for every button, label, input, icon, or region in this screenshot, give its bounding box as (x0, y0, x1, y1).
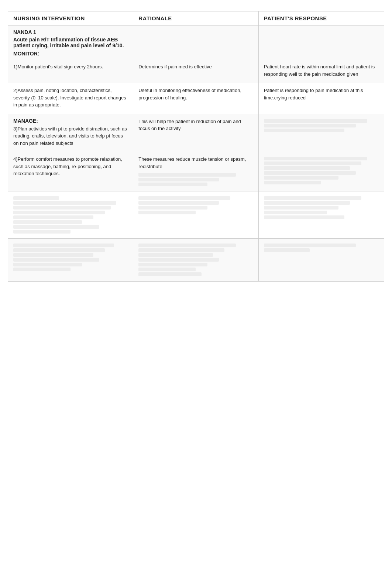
response-3-blurred (264, 119, 379, 132)
rationale-4-text: These measures reduce muscle tension or … (138, 156, 253, 170)
rationale-row5 (133, 191, 258, 239)
rationale-row3: This will help the patient in reduction … (133, 114, 258, 152)
rationale-4-blurred (138, 173, 253, 186)
response-row4 (259, 152, 384, 191)
response-4-blurred (264, 157, 379, 184)
response-5-blurred (264, 196, 379, 219)
rationale-3-text: This will help the patient in reduction … (138, 118, 253, 132)
col-header-response: PATIENT'S RESPONSE (259, 11, 384, 25)
rationale-row2: Useful in monitoring effectiveness of me… (133, 83, 258, 114)
nanda-title: NANDA 1 (13, 29, 128, 35)
intervention-row2: 2)Assess pain, noting location, characte… (8, 83, 133, 114)
response-2-text: Patient is responding to pain medication… (264, 87, 379, 101)
response-row2: Patient is responding to pain medication… (259, 83, 384, 114)
intervention-2-text: 2)Assess pain, noting location, characte… (13, 87, 128, 109)
intervention-row6 (8, 239, 133, 281)
rationale-row6 (133, 239, 258, 281)
manage-label: MANAGE: (13, 118, 128, 124)
intervention-6-blurred (13, 244, 128, 271)
intervention-5-blurred (13, 196, 128, 234)
rationale-2-text: Useful in monitoring effectiveness of me… (138, 87, 253, 101)
nanda-rationale-empty (133, 25, 258, 59)
nanda-header-cell: NANDA 1 Acute pain R/T Inflammation of t… (8, 25, 133, 59)
rationale-row4: These measures reduce muscle tension or … (133, 152, 258, 191)
monitor-label: MONITOR: (13, 51, 128, 57)
manage-header-cell: MANAGE: 3)Plan activities with pt to pro… (8, 114, 133, 152)
rationale-5-blurred (138, 196, 253, 214)
intervention-1-text: 1)Monitor patient's vital sign every 2ho… (13, 63, 128, 71)
response-row1: Patient heart rate is within normal limi… (259, 59, 384, 83)
response-row6 (259, 239, 384, 281)
response-row5 (259, 191, 384, 239)
intervention-row5 (8, 191, 133, 239)
table-header: NURSING INTERVENTION RATIONALE PATIENT'S… (8, 11, 384, 25)
intervention-3-text: 3)Plan activities with pt to provide dis… (13, 125, 128, 147)
rationale-row1: Determines if pain med is effective (133, 59, 258, 83)
nursing-care-plan-table: NURSING INTERVENTION RATIONALE PATIENT'S… (8, 11, 384, 282)
rationale-1-text: Determines if pain med is effective (138, 63, 253, 71)
nanda-diagnosis: Acute pain R/T Inflammation of tissue AE… (13, 37, 128, 48)
response-row3 (259, 114, 384, 152)
table-body: NANDA 1 Acute pain R/T Inflammation of t… (8, 25, 384, 281)
nanda-response-empty (259, 25, 384, 59)
response-1-text: Patient heart rate is within normal limi… (264, 63, 379, 78)
intervention-row4: 4)Perform comfort measures to promote re… (8, 152, 133, 191)
col-header-rationale: RATIONALE (133, 11, 258, 25)
intervention-4-text: 4)Perform comfort measures to promote re… (13, 156, 128, 177)
rationale-6-blurred (138, 244, 253, 276)
col-header-intervention: NURSING INTERVENTION (8, 11, 133, 25)
intervention-row1: 1)Monitor patient's vital sign every 2ho… (8, 59, 133, 83)
response-6-blurred (264, 244, 379, 252)
